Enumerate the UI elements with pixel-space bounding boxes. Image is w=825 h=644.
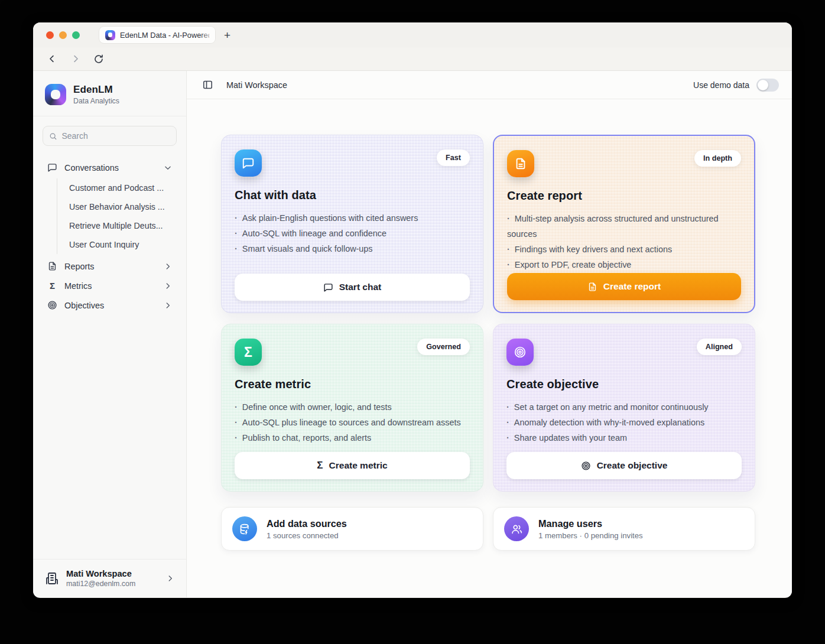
sigma-icon: Σ xyxy=(235,339,262,366)
database-icon xyxy=(232,516,257,541)
titlebar: EdenLM Data - AI-Powered + xyxy=(33,22,792,47)
search-input[interactable] xyxy=(61,131,170,141)
card-badge: In depth xyxy=(694,150,741,167)
minimize-window-button[interactable] xyxy=(59,31,67,39)
conversation-item[interactable]: User Count Inquiry xyxy=(67,235,180,254)
target-icon xyxy=(581,461,591,471)
document-icon xyxy=(507,150,534,177)
sigma-icon: Σ xyxy=(47,281,57,291)
main-header: Mati Workspace Use demo data xyxy=(187,71,792,99)
new-tab-button[interactable]: + xyxy=(224,30,230,41)
workspace-name: Mati Workspace xyxy=(66,569,159,578)
zoom-window-button[interactable] xyxy=(72,31,80,39)
card-title: Chat with data xyxy=(235,188,470,202)
conversation-item[interactable]: Customer and Podcast ... xyxy=(67,178,180,197)
chevron-left-icon xyxy=(47,54,57,64)
chevron-right-icon xyxy=(164,282,172,290)
conversation-item[interactable]: User Behavior Analysis ... xyxy=(67,197,180,216)
browser-tab[interactable]: EdenLM Data - AI-Powered xyxy=(99,26,216,44)
chat-bubble-icon xyxy=(323,282,333,292)
demo-toggle-label: Use demo data xyxy=(693,80,749,90)
edenlm-logo-icon xyxy=(45,84,66,105)
card-title: Create objective xyxy=(506,378,742,391)
sidebar-item-objectives[interactable]: Objectives xyxy=(39,295,180,315)
card-title: Create metric xyxy=(235,378,470,391)
brand: EdenLM Data Analytics xyxy=(33,71,186,116)
create-metric-button[interactable]: Σ Create metric xyxy=(235,452,470,479)
card-bullet: Ask plain-English questions with cited a… xyxy=(235,210,470,226)
target-icon xyxy=(506,339,534,366)
card-create-objective[interactable]: Aligned Create objective Set a target on… xyxy=(493,324,755,492)
card-bullet: Define once with owner, logic, and tests xyxy=(235,399,470,415)
card-bullet: Anomaly detection with why-it-moved expl… xyxy=(506,415,742,430)
refresh-icon xyxy=(93,54,104,64)
quick-card-subtitle: 1 sources connected xyxy=(267,531,347,540)
brand-name: EdenLM xyxy=(73,84,119,96)
chevron-right-icon xyxy=(70,54,80,64)
edenlm-favicon-icon xyxy=(105,30,115,40)
target-icon xyxy=(47,300,57,310)
card-badge: Fast xyxy=(437,149,470,166)
chevron-right-icon xyxy=(164,262,172,271)
sidebar-item-label: Conversations xyxy=(64,163,157,173)
card-bullet: Publish to chat, reports, and alerts xyxy=(235,430,470,445)
sidebar-nav: Conversations Customer and Podcast ... U… xyxy=(33,149,186,315)
sidebar-item-conversations[interactable]: Conversations xyxy=(39,158,180,177)
chat-bubble-icon xyxy=(47,162,57,173)
conversation-item[interactable]: Retrieve Multiple Deuts... xyxy=(67,216,180,235)
conversations-list: Customer and Podcast ... User Behavior A… xyxy=(57,178,180,254)
page-title: Mati Workspace xyxy=(226,80,287,90)
search-icon xyxy=(49,132,57,141)
manage-users-card[interactable]: Manage users 1 members · 0 pending invit… xyxy=(493,507,755,551)
card-create-metric[interactable]: Σ Governed Create metric Define once wit… xyxy=(221,324,483,492)
sidebar: EdenLM Data Analytics Conversations Cust… xyxy=(33,71,187,597)
panel-left-icon[interactable] xyxy=(202,79,213,90)
tab-title: EdenLM Data - AI-Powered xyxy=(120,31,209,40)
create-report-button[interactable]: Create report xyxy=(507,273,741,300)
sidebar-item-label: Reports xyxy=(64,262,157,271)
quick-card-subtitle: 1 members · 0 pending invites xyxy=(538,531,643,540)
users-icon xyxy=(504,516,529,541)
card-bullet: Auto-SQL plus lineage to sources and dow… xyxy=(235,415,470,430)
chevron-right-icon xyxy=(164,301,172,310)
card-create-report[interactable]: In depth Create report Multi-step analys… xyxy=(493,135,755,313)
sigma-icon: Σ xyxy=(317,460,323,471)
sidebar-item-reports[interactable]: Reports xyxy=(39,256,180,276)
card-bullet: Share updates with your team xyxy=(506,430,742,445)
quick-card-title: Manage users xyxy=(538,518,643,529)
building-icon xyxy=(45,571,59,586)
back-button[interactable] xyxy=(47,54,57,64)
card-badge: Governed xyxy=(417,339,470,355)
quick-card-title: Add data sources xyxy=(267,518,347,529)
forward-button[interactable] xyxy=(70,54,80,64)
chat-bubble-icon xyxy=(235,149,262,177)
document-icon xyxy=(47,261,57,271)
start-chat-button[interactable]: Start chat xyxy=(235,274,470,301)
chevron-right-icon xyxy=(166,574,174,583)
workspace-switcher[interactable]: Mati Workspace mati12@edenlm.com xyxy=(33,559,186,597)
sidebar-item-label: Metrics xyxy=(64,281,157,291)
sidebar-item-label: Objectives xyxy=(64,301,157,310)
refresh-button[interactable] xyxy=(93,54,104,64)
demo-data-toggle[interactable] xyxy=(756,79,779,92)
add-data-sources-card[interactable]: Add data sources 1 sources connected xyxy=(221,507,483,551)
card-badge: Aligned xyxy=(697,339,742,355)
brand-subtitle: Data Analytics xyxy=(73,97,119,105)
card-bullet: Auto-SQL with lineage and confidence xyxy=(235,226,470,241)
main-area: Mati Workspace Use demo data Fast xyxy=(187,71,792,597)
create-objective-button[interactable]: Create objective xyxy=(506,452,742,479)
browser-window: EdenLM Data - AI-Powered + EdenLM Data A… xyxy=(33,22,792,598)
workspace-email: mati12@edenlm.com xyxy=(66,580,159,588)
search-box[interactable] xyxy=(43,126,177,146)
close-window-button[interactable] xyxy=(46,31,54,39)
content: Fast Chat with data Ask plain-English qu… xyxy=(187,99,792,551)
card-bullet: Set a target on any metric and monitor c… xyxy=(506,399,742,415)
card-bullet: Export to PDF, create objective xyxy=(507,257,741,272)
document-icon xyxy=(587,282,597,292)
card-bullet: Findings with key drivers and next actio… xyxy=(507,242,741,257)
sidebar-divider xyxy=(33,116,186,116)
card-chat-with-data[interactable]: Fast Chat with data Ask plain-English qu… xyxy=(221,135,483,313)
card-title: Create report xyxy=(507,189,741,203)
chevron-down-icon xyxy=(164,164,172,172)
sidebar-item-metrics[interactable]: Σ Metrics xyxy=(39,276,180,295)
